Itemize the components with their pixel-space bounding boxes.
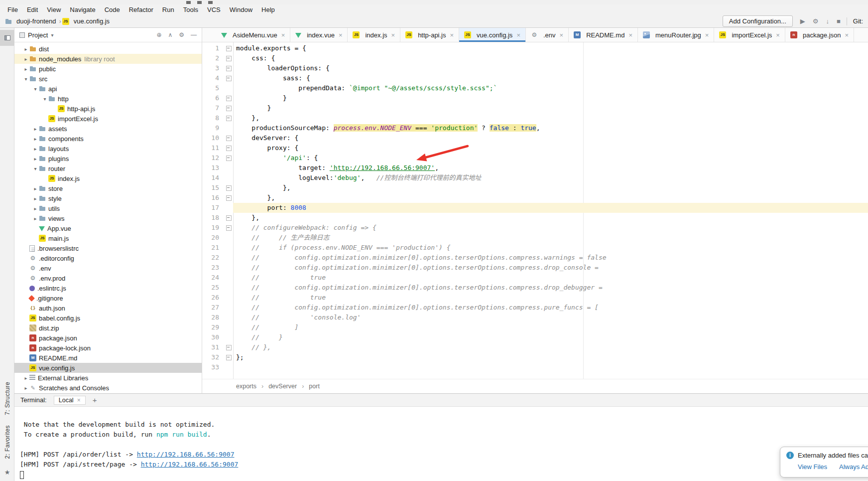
locate-icon[interactable]: ⊕	[156, 31, 161, 38]
close-icon[interactable]: ×	[705, 31, 709, 39]
close-icon[interactable]: ×	[391, 31, 395, 39]
chevron-right-icon[interactable]: ▸	[22, 56, 29, 62]
code-line[interactable]: 3 loaderOptions: {	[202, 63, 868, 73]
tree-item-main.js[interactable]: JSmain.js	[14, 233, 202, 243]
fold-marker-icon[interactable]	[224, 53, 233, 63]
tree-item-.browserslistrc[interactable]: .browserslistrc	[14, 243, 202, 253]
chevron-right-icon[interactable]: ▸	[32, 156, 39, 161]
fold-marker-icon[interactable]	[224, 63, 233, 73]
fold-marker-icon[interactable]	[224, 93, 233, 103]
menu-item-edit[interactable]: Edit	[22, 5, 42, 14]
menu-item-help[interactable]: Help	[257, 5, 279, 14]
code-line[interactable]: 15 },	[202, 183, 868, 193]
code-line[interactable]: 2 css: {	[202, 53, 868, 63]
stripe-button-7-structure[interactable]: 7: Structure	[4, 382, 11, 415]
tree-item-views[interactable]: ▸views	[14, 213, 202, 223]
close-icon[interactable]: ×	[281, 31, 285, 39]
close-icon[interactable]: ×	[77, 397, 81, 404]
arrow-down-icon[interactable]: ↓	[826, 17, 829, 25]
editor-tab-.env[interactable]: ⚙.env×	[526, 28, 569, 42]
code-line[interactable]: 23 // config.optimization.minimizer[0].o…	[202, 263, 868, 273]
tree-item-.env[interactable]: ⚙.env	[14, 263, 202, 273]
tree-item-utils[interactable]: ▸utils	[14, 203, 202, 213]
code-line[interactable]: 29 // ]	[202, 322, 868, 332]
tree-item-auth.json[interactable]: {}auth.json	[14, 303, 202, 313]
git-widget[interactable]: Git:	[853, 17, 863, 25]
caret-down-icon[interactable]: ▾	[51, 32, 53, 38]
code-line[interactable]: 14 logLevel:'debug', //控制台终端打印代理前的真实地址	[202, 173, 868, 183]
code-line[interactable]: 24 // true	[202, 273, 868, 283]
fold-marker-icon[interactable]	[224, 223, 233, 233]
editor-tab-index.vue[interactable]: index.vue×	[290, 28, 348, 42]
chevron-right-icon[interactable]: ▸	[32, 136, 39, 142]
tree-item-importExcel.js[interactable]: JSimportExcel.js	[14, 114, 202, 124]
hide-icon[interactable]: ―	[191, 31, 197, 38]
chevron-down-icon[interactable]: ▾	[32, 166, 39, 171]
tree-item-dist.zip[interactable]: dist.zip	[14, 323, 202, 333]
tree-item-router[interactable]: ▾router	[14, 163, 202, 173]
close-icon[interactable]: ×	[845, 31, 849, 39]
menu-item-file[interactable]: File	[3, 5, 22, 14]
editor-tab-importExcel.js[interactable]: JSimportExcel.js×	[714, 28, 785, 42]
code-line[interactable]: 25 // config.optimization.minimizer[0].o…	[202, 283, 868, 293]
code-line[interactable]: 5 prependData: `@import "~@/assets/scss/…	[202, 83, 868, 93]
tree-item-assets[interactable]: ▸assets	[14, 124, 202, 134]
project-stripe-button[interactable]	[0, 30, 14, 46]
menu-item-tools[interactable]: Tools	[179, 5, 203, 14]
code-line[interactable]: 33	[202, 362, 868, 372]
project-panel-title[interactable]: Project	[28, 31, 48, 39]
breadcrumb-devServer[interactable]: devServer	[268, 383, 297, 390]
code-line[interactable]: 19 // configureWebpack: config => {	[202, 223, 868, 233]
editor-tab-http-api.js[interactable]: JShttp-api.js×	[400, 28, 459, 42]
code-line[interactable]: 6 }	[202, 93, 868, 103]
tree-item-Scratches and Consoles[interactable]: ▸✎Scratches and Consoles	[14, 383, 202, 393]
tree-item-components[interactable]: ▸components	[14, 134, 202, 144]
editor-tab-package.json[interactable]: npackage.json×	[785, 28, 854, 42]
code-line[interactable]: 26 // true	[202, 293, 868, 303]
code-line[interactable]: 12 '/api': {	[202, 153, 868, 163]
chevron-right-icon[interactable]: ▸	[22, 66, 29, 72]
terminal-output[interactable]: Note that the development build is not o…	[14, 407, 868, 481]
breadcrumb-exports[interactable]: exports	[236, 383, 256, 390]
always-add-link[interactable]: Always Add	[839, 463, 868, 471]
tree-item-.gitignore[interactable]: .gitignore	[14, 293, 202, 303]
editor-tab-AsideMenu.vue[interactable]: AsideMenu.vue×	[216, 28, 290, 42]
tree-item-package.json[interactable]: npackage.json	[14, 333, 202, 343]
code-line[interactable]: 9 productionSourceMap: process.env.NODE_…	[202, 123, 868, 133]
view-files-link[interactable]: View Files	[798, 463, 827, 471]
code-line[interactable]: 27 // config.optimization.minimizer[0].o…	[202, 303, 868, 313]
stripe-button-2-favorites[interactable]: 2: Favorites	[4, 425, 11, 459]
run-icon[interactable]: ▶	[800, 17, 805, 25]
fold-marker-icon[interactable]	[224, 342, 233, 352]
menu-item-vcs[interactable]: VCS	[203, 5, 225, 14]
menu-item-run[interactable]: Run	[158, 5, 179, 14]
code-line[interactable]: 28 // 'console.log'	[202, 313, 868, 322]
tree-item-.editorconfig[interactable]: ⚙.editorconfig	[14, 253, 202, 263]
chevron-right-icon[interactable]: ▸	[32, 126, 39, 132]
fold-marker-icon[interactable]	[224, 43, 233, 53]
chevron-right-icon[interactable]: ▸	[22, 375, 29, 381]
new-terminal-icon[interactable]: +	[93, 396, 97, 404]
chevron-right-icon[interactable]: ▸	[32, 186, 39, 191]
code-line[interactable]: 21 // if (process.env.NODE_ENV === 'prod…	[202, 243, 868, 253]
code-line[interactable]: 31 // },	[202, 342, 868, 352]
tree-item-.eslintrc.js[interactable]: .eslintrc.js	[14, 283, 202, 293]
menu-item-refactor[interactable]: Refactor	[124, 5, 158, 14]
close-icon[interactable]: ×	[776, 31, 780, 39]
chevron-down-icon[interactable]: ▾	[41, 96, 48, 102]
tree-item-node_modules[interactable]: ▸node_moduleslibrary root	[14, 54, 202, 64]
fold-marker-icon[interactable]	[224, 193, 233, 203]
close-icon[interactable]: ×	[516, 31, 520, 39]
close-icon[interactable]: ×	[560, 31, 564, 39]
chevron-right-icon[interactable]: ▸	[32, 196, 39, 201]
fold-marker-icon[interactable]	[224, 103, 233, 113]
breadcrumb-project[interactable]: duoji-frontend	[16, 17, 56, 25]
gear-icon[interactable]: ⚙	[813, 17, 819, 25]
tree-item-src[interactable]: ▾src	[14, 74, 202, 84]
tree-item-.env.prod[interactable]: ⚙.env.prod	[14, 273, 202, 283]
close-icon[interactable]: ×	[339, 31, 343, 39]
chevron-down-icon[interactable]: ▾	[22, 76, 29, 82]
code-line[interactable]: 10 devServer: {	[202, 133, 868, 143]
fold-marker-icon[interactable]	[224, 73, 233, 83]
close-icon[interactable]: ×	[450, 31, 454, 39]
